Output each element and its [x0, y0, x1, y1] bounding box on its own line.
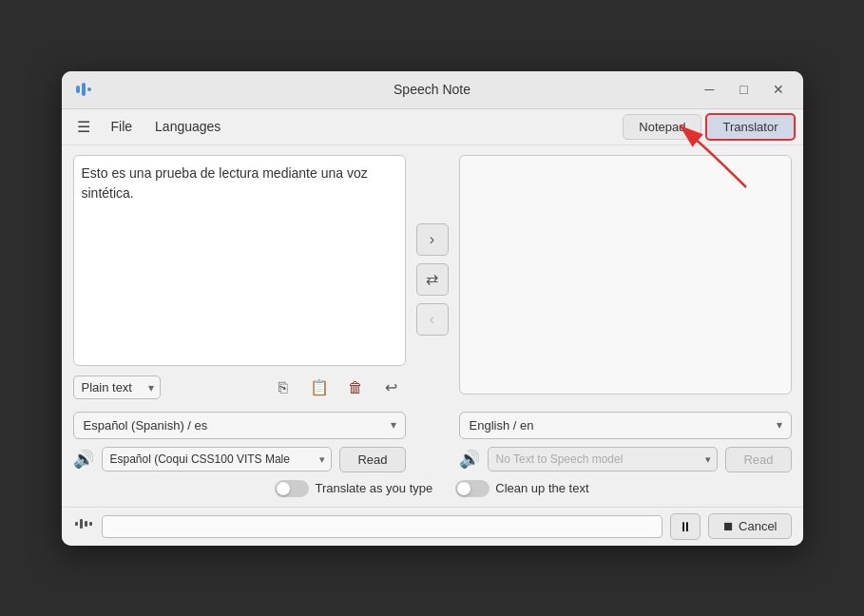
- waveform-icon: [73, 513, 94, 539]
- app-icon: [73, 79, 94, 100]
- left-editor-panel: Esto es una prueba de lectura mediante u…: [73, 155, 406, 404]
- pause-button[interactable]: ⏸: [670, 513, 701, 540]
- svg-rect-2: [87, 87, 91, 91]
- window-title: Speech Note: [394, 82, 470, 97]
- left-tts-select-wrapper: Español (Coqui CSS100 VITS Male: [102, 447, 333, 472]
- notepad-button[interactable]: Notepad: [623, 114, 701, 140]
- tts-row: 🔊 Español (Coqui CSS100 VITS Male Read 🔊…: [73, 447, 792, 472]
- left-text-input[interactable]: Esto es una prueba de lectura mediante u…: [82, 164, 397, 354]
- left-tts-select[interactable]: Español (Coqui CSS100 VITS Male: [102, 447, 333, 472]
- svg-rect-4: [80, 519, 83, 529]
- translator-button[interactable]: Translator: [705, 113, 795, 141]
- arrows-column: › ⇄ ‹: [413, 155, 451, 404]
- translate-as-you-type-toggle-label[interactable]: Translate as you type: [275, 480, 432, 497]
- statusbar: ⏸ ⏹ Cancel: [62, 507, 803, 546]
- right-text-input[interactable]: [468, 164, 783, 354]
- right-tts-select-wrapper: No Text to Speech model: [488, 447, 719, 472]
- format-select[interactable]: Plain text Markdown HTML: [73, 375, 161, 399]
- options-row: Translate as you type Clean up the text: [73, 480, 792, 497]
- menubar: ☰ File Languages Notepad Translator: [62, 109, 803, 145]
- titlebar: Speech Note ─ □ ✕: [62, 71, 803, 109]
- close-button[interactable]: ✕: [765, 76, 792, 103]
- left-text-area-container: Esto es una prueba de lectura mediante u…: [73, 155, 406, 366]
- cancel-label: Cancel: [739, 519, 777, 533]
- svg-rect-1: [82, 83, 86, 96]
- svg-rect-6: [89, 522, 92, 526]
- hamburger-menu[interactable]: ☰: [69, 114, 98, 140]
- right-text-area-container: [459, 155, 792, 395]
- right-tts-icon: 🔊: [459, 449, 480, 470]
- copy-button[interactable]: ⎘: [269, 374, 298, 402]
- right-tts-select[interactable]: No Text to Speech model: [488, 447, 719, 472]
- clean-up-text-toggle-label[interactable]: Clean up the text: [455, 480, 588, 497]
- right-language-select[interactable]: English / en Español (Spanish) / es: [459, 412, 792, 439]
- left-language-select[interactable]: Español (Spanish) / es English / en: [73, 412, 406, 439]
- clean-up-text-label: Clean up the text: [495, 481, 588, 495]
- swap-button[interactable]: ⇄: [416, 263, 449, 296]
- left-tts-icon: 🔊: [73, 449, 94, 470]
- cancel-icon: ⏹: [722, 519, 735, 533]
- translate-left-button[interactable]: ‹: [416, 303, 449, 336]
- right-lang-select-wrapper: English / en Español (Spanish) / es: [459, 412, 792, 439]
- clean-up-text-toggle[interactable]: [455, 480, 490, 497]
- left-lang-select-wrapper: Español (Spanish) / es English / en: [73, 412, 406, 439]
- window-controls: ─ □ ✕: [697, 76, 792, 103]
- file-menu[interactable]: File: [102, 115, 143, 138]
- main-content: Esto es una prueba de lectura mediante u…: [62, 145, 803, 507]
- delete-button[interactable]: 🗑: [341, 374, 370, 402]
- cancel-button[interactable]: ⏹ Cancel: [708, 513, 791, 539]
- svg-rect-0: [76, 86, 80, 93]
- left-read-button[interactable]: Read: [339, 447, 405, 472]
- minimize-button[interactable]: ─: [697, 76, 723, 103]
- maximize-button[interactable]: □: [731, 76, 758, 103]
- language-row: Español (Spanish) / es English / en Engl…: [73, 412, 792, 439]
- svg-rect-3: [75, 522, 78, 526]
- translate-as-you-type-label: Translate as you type: [315, 481, 432, 495]
- right-editor-panel: [459, 155, 792, 404]
- editor-row: Esto es una prueba de lectura mediante u…: [73, 155, 792, 404]
- progress-input[interactable]: [102, 515, 663, 538]
- translate-as-you-type-toggle[interactable]: [275, 480, 309, 497]
- left-toolbar: Plain text Markdown HTML ⎘ 📋 🗑 ↩: [73, 372, 406, 404]
- languages-menu[interactable]: Languages: [145, 115, 230, 138]
- format-select-wrapper: Plain text Markdown HTML: [73, 375, 161, 399]
- translate-right-button[interactable]: ›: [416, 223, 449, 256]
- right-toolbar: [459, 400, 792, 404]
- undo-button[interactable]: ↩: [377, 374, 406, 402]
- right-read-button[interactable]: Read: [725, 447, 791, 472]
- svg-rect-5: [85, 521, 87, 527]
- paste-button[interactable]: 📋: [305, 374, 334, 402]
